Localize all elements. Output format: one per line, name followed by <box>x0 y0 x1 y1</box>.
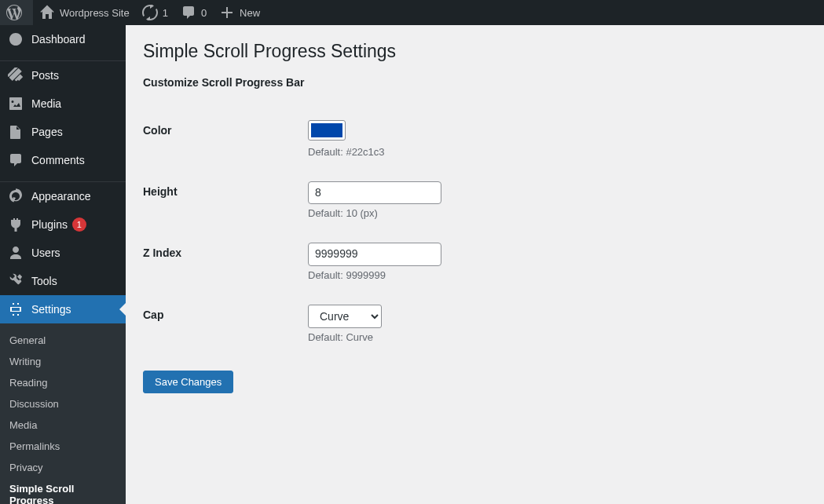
submenu-item-simple-scroll-progress[interactable]: Simple Scroll Progress <box>0 478 126 504</box>
color-help: Default: #22c1c3 <box>308 146 800 158</box>
field-label-zindex: Z Index <box>143 231 300 293</box>
page-subtitle: Customize Scroll Progress Bar <box>143 76 808 89</box>
sidebar-item-media[interactable]: Media <box>0 89 126 118</box>
sidebar-item-comments[interactable]: Comments <box>0 146 126 174</box>
field-label-height: Height <box>143 170 300 232</box>
sidebar-item-label: Plugins <box>31 218 68 231</box>
sidebar-item-label: Users <box>31 247 60 259</box>
submenu-item-writing[interactable]: Writing <box>0 351 126 372</box>
wp-logo[interactable] <box>0 0 33 25</box>
updates-link[interactable]: 1 <box>136 0 174 25</box>
comments-count: 0 <box>201 7 207 19</box>
sidebar-item-users[interactable]: Users <box>0 239 126 267</box>
height-help: Default: 10 (px) <box>308 207 800 219</box>
submenu-item-discussion[interactable]: Discussion <box>0 393 126 415</box>
submenu-item-permalinks[interactable]: Permalinks <box>0 436 126 457</box>
wordpress-icon <box>6 5 22 20</box>
sidebar-item-label: Dashboard <box>31 33 86 46</box>
sidebar-item-appearance[interactable]: Appearance <box>0 182 126 210</box>
sidebar-item-label: Tools <box>31 275 57 287</box>
sidebar-item-label: Appearance <box>31 190 91 203</box>
cap-help: Default: Curve <box>308 331 800 343</box>
color-swatch <box>311 123 342 137</box>
sidebar-item-posts[interactable]: Posts <box>0 61 126 89</box>
submenu-item-media[interactable]: Media <box>0 415 126 436</box>
field-label-cap: Cap <box>143 293 300 355</box>
pages-icon <box>8 124 24 140</box>
tools-icon <box>8 273 24 289</box>
sidebar-item-pages[interactable]: Pages <box>0 118 126 146</box>
new-label: New <box>240 7 260 19</box>
submenu-item-privacy[interactable]: Privacy <box>0 457 126 478</box>
plus-icon <box>219 5 235 20</box>
new-content-link[interactable]: New <box>213 0 266 25</box>
sidebar-item-dashboard[interactable]: Dashboard <box>0 25 126 53</box>
settings-icon <box>8 301 24 317</box>
appearance-icon <box>8 188 24 204</box>
updates-count: 1 <box>163 7 168 19</box>
sidebar-item-tools[interactable]: Tools <box>0 267 126 295</box>
plugins-update-badge: 1 <box>72 217 86 232</box>
sidebar-item-plugins[interactable]: Plugins 1 <box>0 210 126 239</box>
plugins-icon <box>8 217 24 232</box>
comment-icon <box>181 5 196 20</box>
users-icon <box>8 245 24 261</box>
site-name-link[interactable]: Wordpress Site <box>33 0 136 25</box>
home-icon <box>39 5 55 20</box>
update-icon <box>142 5 158 20</box>
comments-icon <box>8 152 24 168</box>
dashboard-icon <box>8 31 24 47</box>
posts-icon <box>8 68 24 83</box>
submenu-item-general[interactable]: General <box>0 330 126 351</box>
zindex-input[interactable] <box>308 243 441 266</box>
settings-submenu: General Writing Reading Discussion Media… <box>0 323 126 504</box>
sidebar-item-label: Comments <box>31 154 85 166</box>
zindex-help: Default: 9999999 <box>308 269 800 281</box>
sidebar-item-settings[interactable]: Settings <box>0 295 126 323</box>
comments-link[interactable]: 0 <box>174 0 213 25</box>
sidebar-item-label: Settings <box>31 303 71 316</box>
site-name: Wordpress Site <box>60 7 130 19</box>
field-label-color: Color <box>143 108 300 170</box>
height-input[interactable] <box>308 181 441 205</box>
submenu-item-reading[interactable]: Reading <box>0 372 126 393</box>
cap-select[interactable]: Curve <box>308 305 382 328</box>
sidebar-item-label: Media <box>31 97 61 110</box>
media-icon <box>8 96 24 111</box>
save-button[interactable]: Save Changes <box>143 371 233 393</box>
sidebar-item-label: Pages <box>31 126 63 138</box>
color-input[interactable] <box>308 120 346 141</box>
sidebar-item-label: Posts <box>31 69 59 82</box>
page-title: Simple Scroll Progress Settings <box>143 33 808 67</box>
